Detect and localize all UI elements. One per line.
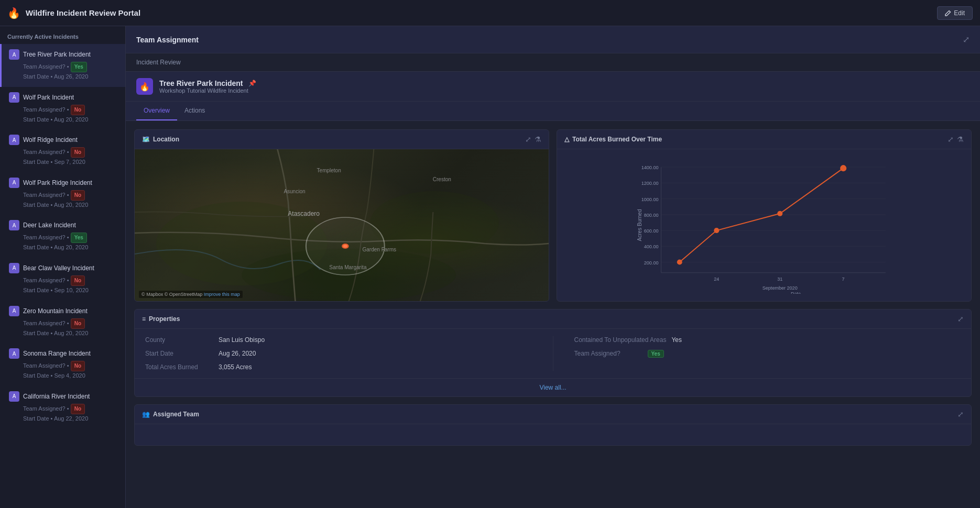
panel-title: Team Assignment — [136, 36, 199, 44]
prop-start-date-label: Start Date — [145, 350, 213, 357]
location-card-header: 🗺️ Location ⤢ ⚗ — [135, 130, 549, 149]
svg-text:Acres Burned: Acres Burned — [637, 209, 643, 241]
svg-text:800.00: 800.00 — [644, 213, 659, 218]
prop-team-assigned-badge: Yes — [648, 350, 664, 358]
edit-button[interactable]: Edit — [937, 6, 973, 20]
sidebar-item-icon-4: A — [9, 220, 19, 230]
sidebar-item-name-2: Wolf Ridge Incident — [23, 136, 78, 143]
location-filter-icon[interactable]: ⚗ — [535, 135, 541, 143]
properties-icon: ≡ — [142, 315, 146, 323]
map-icon: 🗺️ — [142, 136, 150, 143]
assigned-team-card: 👥 Assigned Team ⤢ — [134, 404, 972, 446]
sidebar-item-badge-8: No — [71, 404, 85, 414]
chart-filter-icon[interactable]: ⚗ — [957, 135, 964, 143]
svg-text:1000.00: 1000.00 — [641, 197, 659, 202]
svg-text:31: 31 — [777, 277, 782, 282]
sidebar-item-meta-2: Team Assigned? • No Start Date • Sep 7, … — [23, 147, 118, 167]
content-area: 🗺️ Location ⤢ ⚗ — [126, 121, 980, 454]
sidebar-item-badge-2: No — [71, 147, 85, 158]
sidebar-item-name-6: Zero Mountain Incident — [23, 307, 88, 315]
properties-card-title: ≡ Properties — [142, 315, 180, 323]
properties-card-header: ≡ Properties ⤢ — [135, 310, 971, 329]
svg-point-1 — [370, 191, 498, 254]
incident-name: Tree River Park Incident — [159, 79, 243, 87]
properties-left: County San Luis Obispo Start Date Aug 26… — [145, 336, 553, 371]
improve-map-link[interactable]: Improve this map — [204, 292, 240, 297]
sidebar-item-1[interactable]: A Wolf Park Incident Team Assigned? • No… — [0, 87, 125, 130]
chart-card: △ Total Acres Burned Over Time ⤢ ⚗ Acres… — [557, 129, 972, 302]
chart-card-header: △ Total Acres Burned Over Time ⤢ ⚗ — [557, 130, 971, 149]
prop-team-assigned-label: Team Assigned? — [574, 350, 643, 358]
sidebar-item-2[interactable]: A Wolf Ridge Incident Team Assigned? • N… — [0, 129, 125, 172]
map-label-asuncion: Asuncion — [284, 189, 305, 194]
sidebar-item-3[interactable]: A Wolf Park Ridge Incident Team Assigned… — [0, 172, 125, 215]
sidebar-item-name-0: Tree River Park Incident — [23, 51, 91, 58]
sidebar-item-icon-0: A — [9, 49, 19, 60]
prop-contained-value: Yes — [671, 336, 682, 344]
svg-point-5 — [343, 245, 347, 248]
location-card: 🗺️ Location ⤢ ⚗ — [134, 129, 549, 302]
sidebar-item-icon-8: A — [9, 391, 19, 402]
map-attribution: © Mapbox © OpenStreetMap Improve this ma… — [139, 291, 243, 298]
assigned-team-expand-icon[interactable]: ⤢ — [957, 410, 964, 418]
view-all-link[interactable]: View all... — [539, 384, 566, 391]
location-expand-icon[interactable]: ⤢ — [525, 135, 531, 143]
main-content: Team Assignment ⤢ Incident Review 🔥 Tree… — [126, 26, 980, 508]
sidebar-item-meta-5: Team Assigned? • No Start Date • Sep 10,… — [23, 275, 118, 295]
incident-subtitle: Workshop Tutorial Wildfire Incident — [159, 87, 256, 94]
sidebar-item-name-5: Bear Claw Valley Incident — [23, 264, 94, 272]
prop-contained: Contained To Unpopulated Areas Yes — [574, 336, 961, 344]
incident-info: Tree River Park Incident 📌 Workshop Tuto… — [159, 79, 256, 94]
edit-icon — [945, 10, 951, 16]
sidebar-item-badge-1: No — [71, 105, 85, 115]
tabs-bar: Overview Actions — [126, 102, 980, 121]
prop-county: County San Luis Obispo — [145, 336, 532, 344]
svg-text:1400.00: 1400.00 — [641, 165, 659, 170]
properties-grid: County San Luis Obispo Start Date Aug 26… — [135, 329, 971, 378]
prop-total-acres-label: Total Acres Burned — [145, 363, 213, 371]
sidebar-item-name-8: California River Incident — [23, 393, 90, 400]
tab-overview[interactable]: Overview — [136, 102, 177, 120]
assigned-team-content — [135, 424, 971, 445]
panel-header: Team Assignment ⤢ — [126, 26, 980, 53]
main-layout: Currently Active Incidents A Tree River … — [0, 26, 980, 508]
location-card-actions: ⤢ ⚗ — [525, 135, 541, 143]
prop-county-value: San Luis Obispo — [219, 336, 265, 344]
sidebar-item-4[interactable]: A Deer Lake Incident Team Assigned? • Ye… — [0, 215, 125, 258]
svg-point-29 — [714, 228, 719, 233]
svg-text:200.00: 200.00 — [644, 260, 659, 266]
chart-svg: Acres Burned — [564, 157, 964, 294]
sidebar-item-badge-3: No — [71, 190, 85, 201]
map-label-creston: Creston — [433, 176, 451, 182]
assigned-team-card-title: 👥 Assigned Team — [142, 411, 199, 418]
incident-title-bar: 🔥 Tree River Park Incident 📌 Workshop Tu… — [126, 72, 980, 102]
sidebar-item-icon-6: A — [9, 306, 19, 316]
sidebar-item-meta-3: Team Assigned? • No Start Date • Aug 20,… — [23, 190, 118, 210]
sidebar-item-8[interactable]: A California River Incident Team Assigne… — [0, 386, 125, 429]
map-label-garden-farms: Garden Farms — [363, 247, 396, 252]
sidebar-item-5[interactable]: A Bear Claw Valley Incident Team Assigne… — [0, 258, 125, 301]
pin-icon[interactable]: 📌 — [248, 80, 256, 87]
sidebar-item-meta-8: Team Assigned? • No Start Date • Aug 22,… — [23, 404, 118, 424]
svg-text:24: 24 — [714, 277, 719, 282]
svg-text:1200.00: 1200.00 — [641, 181, 659, 186]
svg-text:September 2020: September 2020 — [763, 285, 798, 291]
expand-icon[interactable]: ⤢ — [963, 35, 970, 45]
sidebar-item-name-7: Sonoma Range Incident — [23, 350, 91, 357]
tab-actions[interactable]: Actions — [177, 102, 212, 120]
prop-start-date: Start Date Aug 26, 2020 — [145, 350, 532, 357]
chart-container: Acres Burned — [557, 149, 971, 301]
sidebar-item-icon-3: A — [9, 178, 19, 188]
sidebar-item-meta-7: Team Assigned? • No Start Date • Sep 4, … — [23, 361, 118, 381]
sidebar-item-7[interactable]: A Sonoma Range Incident Team Assigned? •… — [0, 343, 125, 386]
topbar: 🔥 Wildfire Incident Review Portal Edit — [0, 0, 980, 26]
sidebar-item-0[interactable]: A Tree River Park Incident Team Assigned… — [0, 44, 125, 87]
chart-card-actions: ⤢ ⚗ — [948, 135, 964, 143]
properties-expand-icon[interactable]: ⤢ — [957, 315, 964, 323]
sidebar-item-icon-1: A — [9, 92, 19, 103]
svg-text:7: 7 — [842, 277, 845, 282]
chart-expand-icon[interactable]: ⤢ — [948, 135, 954, 143]
sidebar-item-6[interactable]: A Zero Mountain Incident Team Assigned? … — [0, 301, 125, 344]
incident-review-label: Incident Review — [136, 59, 181, 66]
sidebar-item-meta-1: Team Assigned? • No Start Date • Aug 20,… — [23, 105, 118, 125]
